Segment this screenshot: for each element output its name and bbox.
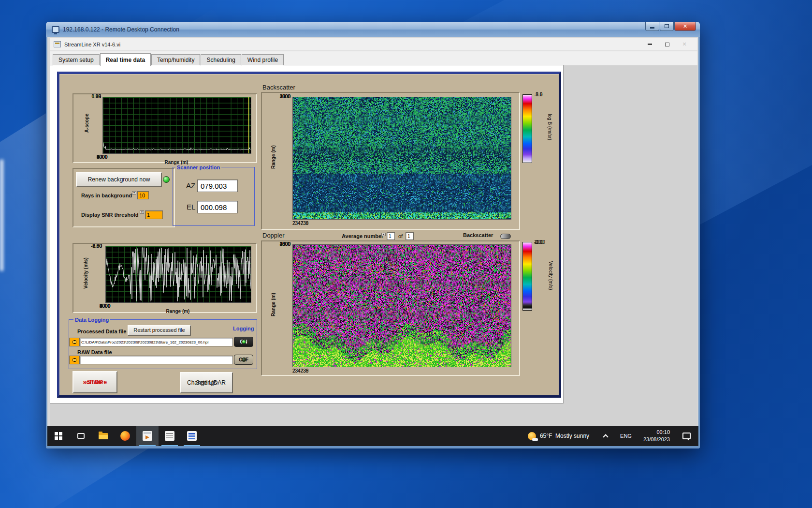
front-panel: A-scope 1.201.151.101.050.99 01000200030…: [57, 72, 561, 398]
tick-label: 0.99: [92, 94, 101, 99]
logging-off-led: [242, 358, 246, 362]
folder-icon: [72, 341, 76, 344]
ascope-canvas: [102, 97, 251, 154]
tab-real-time-data[interactable]: Real time data: [100, 53, 151, 66]
average-number-label: Average number: [342, 233, 383, 239]
spin-down-icon[interactable]: ▼: [132, 191, 136, 194]
backscatter-colorbar: [522, 94, 532, 163]
raw-data-file-label: RAW Data file: [77, 349, 112, 355]
az-label: AZ: [186, 181, 195, 190]
doppler-colorbar-label: Velocity (m/s): [548, 256, 553, 295]
scan-schedule-app-button[interactable]: [159, 426, 181, 446]
running-indicator: [184, 445, 200, 446]
document-app-button[interactable]: [181, 426, 203, 446]
backscatter-canvas: [292, 97, 511, 220]
raw-drive-selector[interactable]: C: [69, 356, 80, 364]
task-view-button[interactable]: [70, 426, 92, 446]
clock-date: 23/08/2023: [643, 436, 670, 443]
rdp-title: 192.168.0.122 - Remote Desktop Connectio…: [63, 26, 645, 33]
el-value-field[interactable]: 000.098: [197, 201, 238, 213]
processed-drive-selector[interactable]: C: [69, 338, 80, 346]
weather-desc: Mostly sunny: [555, 433, 589, 439]
tick-label: 234738: [292, 221, 308, 226]
stop-software-button[interactable]: STOP software: [72, 371, 117, 393]
tab-wind-profile[interactable]: Wind profile: [242, 54, 284, 65]
tab-page: A-scope 1.201.151.101.050.99 01000200030…: [50, 65, 564, 403]
doppler-title: Doppler: [262, 232, 285, 239]
az-value-field[interactable]: 079.003: [197, 179, 238, 192]
change-line2: Settings: [196, 379, 217, 387]
doppler-yticks: 40003500300025002000150010005000: [276, 241, 290, 367]
close-icon: ✕: [683, 23, 687, 30]
close-icon: ✕: [682, 41, 686, 47]
app-window: StreamLine XR v14-6.vi ✕ System setup Re…: [50, 38, 697, 426]
snr-value-field[interactable]: 1: [145, 210, 163, 219]
scanner-position-title: Scanner position: [175, 164, 221, 170]
processed-path-field[interactable]: C:\LiDAR\Data\Proc\2023\202308\20230823\…: [80, 338, 233, 346]
app-minimize-button[interactable]: [646, 41, 653, 48]
of-label: of: [398, 233, 403, 239]
scan-schedule-icon: [165, 431, 174, 441]
raw-path-field[interactable]: [80, 356, 233, 364]
firefox-icon: [120, 431, 130, 441]
tick-label: -5.00: [91, 243, 102, 249]
average-value-field[interactable]: 1: [387, 232, 395, 240]
background-status-led: [163, 176, 170, 183]
document-app-icon: [187, 431, 197, 441]
processed-logging-toggle[interactable]: ON: [234, 337, 253, 347]
snr-threshold-label: Display SNR threshold: [81, 212, 139, 218]
velocity-canvas: [105, 246, 251, 303]
clock-time: 00:10: [643, 429, 670, 436]
rdp-minimize-button[interactable]: [645, 22, 659, 31]
rays-in-background-label: Rays in background: [81, 193, 132, 198]
renew-background-button[interactable]: Renew background now: [76, 172, 162, 187]
weather-widget[interactable]: 65°F Mostly sunny: [528, 432, 589, 440]
action-center-icon[interactable]: [682, 433, 691, 439]
rdp-maximize-button[interactable]: [660, 22, 674, 31]
app-title: StreamLine XR v14-6.vi: [64, 42, 646, 47]
app-close-button[interactable]: ✕: [681, 41, 688, 48]
tick-label: -8.0: [534, 92, 542, 97]
backscatter-overlay-toggle[interactable]: [500, 234, 511, 239]
data-logging-title: Data Logging: [73, 317, 110, 323]
stop-line2: software: [83, 379, 107, 386]
weather-temp: 65°F: [540, 433, 552, 439]
rays-value-field[interactable]: 10: [137, 191, 149, 199]
spin-down-icon[interactable]: ▼: [140, 210, 144, 214]
folder-icon: [99, 433, 108, 439]
file-explorer-button[interactable]: [92, 426, 114, 446]
rdp-close-button[interactable]: ✕: [674, 22, 696, 31]
tab-system-setup[interactable]: System setup: [53, 54, 100, 65]
app-titlebar: StreamLine XR v14-6.vi ✕: [50, 38, 697, 51]
rdp-window: 192.168.0.122 - Remote Desktop Connectio…: [46, 22, 700, 448]
tick-label: 234738: [292, 368, 308, 374]
tab-temp-humidity[interactable]: Temp/humidity: [151, 54, 200, 65]
doppler-colorbar: [522, 242, 532, 311]
doppler-canvas: [292, 244, 511, 367]
tab-scheduling[interactable]: Scheduling: [201, 54, 241, 65]
start-button[interactable]: [47, 426, 70, 446]
wallpaper-glow: [0, 160, 3, 271]
restart-processed-file-button[interactable]: Restart processed file: [128, 325, 191, 336]
streamline-app-button[interactable]: [136, 426, 159, 446]
raw-logging-toggle[interactable]: OFF: [234, 355, 253, 365]
rdp-titlebar: 192.168.0.122 - Remote Desktop Connectio…: [46, 22, 700, 37]
sun-icon: [528, 432, 536, 440]
show-hidden-icons-chevron[interactable]: [603, 434, 608, 439]
firefox-button[interactable]: [114, 426, 136, 446]
maximize-icon: [665, 24, 669, 28]
average-total-field[interactable]: 1: [406, 232, 414, 240]
app-restore-button[interactable]: [664, 41, 670, 48]
backscatter-title: Backscatter: [262, 84, 295, 91]
velocity-yticks: 5.002.500.00-2.50-5.00: [85, 243, 102, 305]
spin-down-icon[interactable]: ▼: [381, 233, 386, 236]
change-lidar-settings-button[interactable]: Change LiDAR Settings: [180, 372, 233, 393]
language-indicator[interactable]: ENG: [620, 433, 632, 439]
taskbar-clock[interactable]: 00:10 23/08/2023: [643, 429, 670, 443]
ascope-yticks: 1.201.151.101.050.99: [85, 94, 101, 156]
folder-icon: [72, 359, 76, 361]
velocity-x-axis-label: Range (m): [105, 309, 250, 314]
restore-icon: [665, 43, 669, 46]
running-indicator: [139, 445, 156, 446]
windows-logo-icon: [55, 432, 62, 440]
